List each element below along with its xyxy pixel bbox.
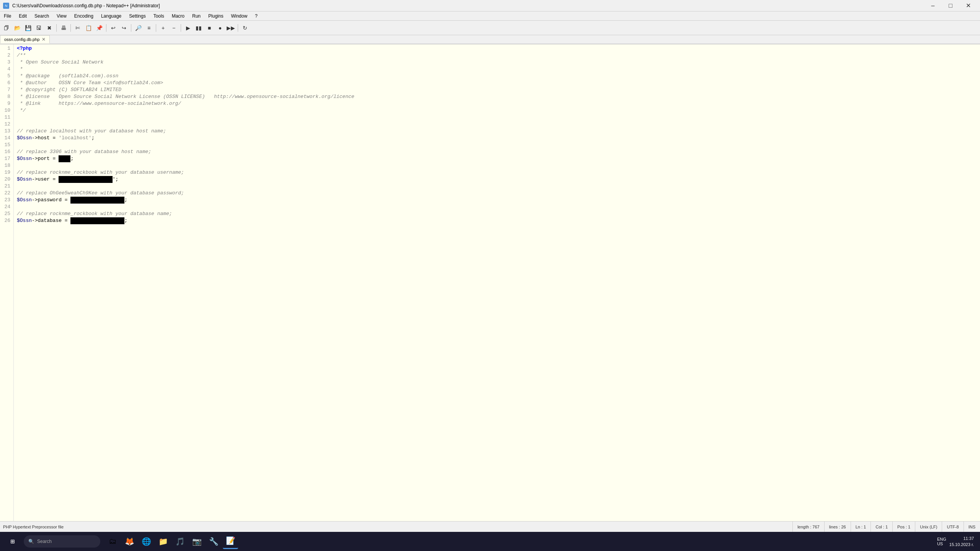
status-pos: Pos : 1 <box>892 522 915 532</box>
code-line: $Ossn->password = 'OhGee5weahCh9Kee'; <box>17 197 977 204</box>
menu-language[interactable]: Language <box>97 11 125 20</box>
tab-close-icon[interactable]: ✕ <box>42 37 46 42</box>
code-line: * @package (softlab24.com).ossn <box>17 73 977 80</box>
normal-token: ->password = <box>32 197 70 204</box>
menu-search[interactable]: Search <box>31 11 53 20</box>
taskbar: ⊞ 🔍 Search 🗂 🦊 🌐 📁 🎵 📷 🔧 📝 ENG US 11:37 … <box>0 532 980 551</box>
menu-view[interactable]: View <box>53 11 70 20</box>
menu-tools[interactable]: Tools <box>150 11 168 20</box>
macro-play-button[interactable]: ▶▶ <box>226 23 236 33</box>
minimize-button[interactable]: – <box>924 0 942 11</box>
sync-button[interactable]: ↻ <box>240 23 250 33</box>
menu-plugins[interactable]: Plugins <box>204 11 227 20</box>
code-line <box>17 142 977 148</box>
taskbar-explorer[interactable]: 🗂 <box>105 534 120 549</box>
comment-token: * @author OSSN Core Team <info@softlab24… <box>17 80 163 86</box>
menu-window[interactable]: Window <box>227 11 251 20</box>
string-token: 'localhost' <box>59 135 91 142</box>
toolbar-sep-5 <box>156 24 156 32</box>
line-number: 4 <box>2 66 10 73</box>
menu-help[interactable]: ? <box>251 11 261 20</box>
line-number: 11 <box>2 114 10 121</box>
status-line-ending: Unix (LF) <box>915 522 942 532</box>
taskbar-spotify[interactable]: 🎵 <box>172 534 188 549</box>
status-right: length : 767 lines : 26 Ln : 1 Col : 1 P… <box>792 522 980 532</box>
line-number: 5 <box>2 73 10 80</box>
open-button[interactable]: 📂 <box>12 23 22 33</box>
toolbar-sep-7 <box>238 24 238 32</box>
paste-button[interactable]: 📌 <box>94 23 104 33</box>
line-number: 16 <box>2 148 10 155</box>
code-editor[interactable]: <?php/** * Open Source Social Network * … <box>14 44 980 521</box>
toolbar-sep-4 <box>131 24 131 32</box>
editor-area: 1234567891011121314151617181920212223242… <box>0 44 980 521</box>
code-line: // replace rocknme_rockbook with your da… <box>17 210 977 217</box>
undo-button[interactable]: ↩ <box>108 23 118 33</box>
line-number: 23 <box>2 197 10 204</box>
menu-macro[interactable]: Macro <box>168 11 188 20</box>
comment-token: * <box>17 66 23 73</box>
line-number: 2 <box>2 52 10 59</box>
redacted-value: 'OhGee5weahCh9Kee' <box>70 197 124 204</box>
cut-button[interactable]: ✄ <box>73 23 83 33</box>
normal-token: ; <box>70 155 74 162</box>
normal-token: ; <box>124 197 127 204</box>
line-number: 24 <box>2 204 10 210</box>
redo-button[interactable]: ↪ <box>119 23 129 33</box>
menu-edit[interactable]: Edit <box>15 11 31 20</box>
comment-token: /** <box>17 52 26 59</box>
menu-run[interactable]: Run <box>188 11 204 20</box>
menu-file[interactable]: File <box>0 11 15 20</box>
zoom-out-button[interactable]: − <box>169 23 179 33</box>
taskbar-app6[interactable]: 📷 <box>189 534 204 549</box>
replace-button[interactable]: ≡ <box>144 23 154 33</box>
line-number: 25 <box>2 210 10 217</box>
status-col: Col : 1 <box>871 522 892 532</box>
status-encoding: UTF-8 <box>942 522 963 532</box>
code-line: * @author OSSN Core Team <info@softlab24… <box>17 80 977 86</box>
taskbar-notepad[interactable]: 📝 <box>223 534 238 549</box>
zoom-in-button[interactable]: + <box>158 23 168 33</box>
tab-ossn-config[interactable]: ossn.config.db.php ✕ <box>0 35 50 44</box>
code-line: $Ossn->user = 'rocknme_rockbook''; <box>17 176 977 183</box>
line-number: 1 <box>2 45 10 52</box>
line-number: 21 <box>2 183 10 190</box>
taskbar-app7[interactable]: 🔧 <box>206 534 221 549</box>
normal-token: ->user = <box>32 176 59 183</box>
find-button[interactable]: 🔎 <box>133 23 143 33</box>
toolbar: 🗍 📂 💾 🖫 ✖ 🖶 ✄ 📋 📌 ↩ ↪ 🔎 ≡ + − ▶ ▮▮ ■ ● ▶… <box>0 21 980 35</box>
taskbar-firefox[interactable]: 🦊 <box>122 534 137 549</box>
save-button[interactable]: 💾 <box>23 23 33 33</box>
menu-settings[interactable]: Settings <box>125 11 149 20</box>
run-button[interactable]: ▶ <box>183 23 193 33</box>
print-button[interactable]: 🖶 <box>59 23 69 33</box>
copy-button[interactable]: 📋 <box>83 23 93 33</box>
menu-bar: File Edit Search View Encoding Language … <box>0 11 980 21</box>
close-button[interactable]: ✖ <box>44 23 54 33</box>
code-line <box>17 114 977 121</box>
menu-encoding[interactable]: Encoding <box>70 11 97 20</box>
save-all-button[interactable]: 🖫 <box>34 23 44 33</box>
line-number: 12 <box>2 121 10 128</box>
taskbar-search[interactable]: 🔍 Search <box>24 535 100 548</box>
close-button[interactable]: ✕ <box>959 0 977 11</box>
start-button[interactable]: ⊞ <box>3 532 22 551</box>
search-icon: 🔍 <box>28 539 34 544</box>
pause-button[interactable]: ▮▮ <box>194 23 204 33</box>
code-line: // replace rocknme_rockbook with your da… <box>17 169 977 176</box>
macro-record-button[interactable]: ● <box>215 23 225 33</box>
taskbar-right: ENG US 11:37 15.10.2023 r. <box>937 535 977 548</box>
title-bar: N C:\Users\vail\Downloads\ossn.config.db… <box>0 0 980 11</box>
comment-token: // replace OhGee5weahCh9Kee with your da… <box>17 190 184 197</box>
comment-token: */ <box>17 107 26 114</box>
redacted-value: 'rocknme_rockbook' <box>70 217 124 224</box>
tab-bar: ossn.config.db.php ✕ <box>0 35 980 44</box>
stop-button[interactable]: ■ <box>204 23 214 33</box>
status-ln: Ln : 1 <box>851 522 871 532</box>
maximize-button[interactable]: □ <box>942 0 959 11</box>
var-token: $Ossn <box>17 217 32 224</box>
new-button[interactable]: 🗍 <box>2 23 11 33</box>
taskbar-chrome[interactable]: 🌐 <box>139 534 154 549</box>
taskbar-time: 11:37 15.10.2023 r. <box>949 535 974 548</box>
taskbar-folder[interactable]: 📁 <box>155 534 171 549</box>
